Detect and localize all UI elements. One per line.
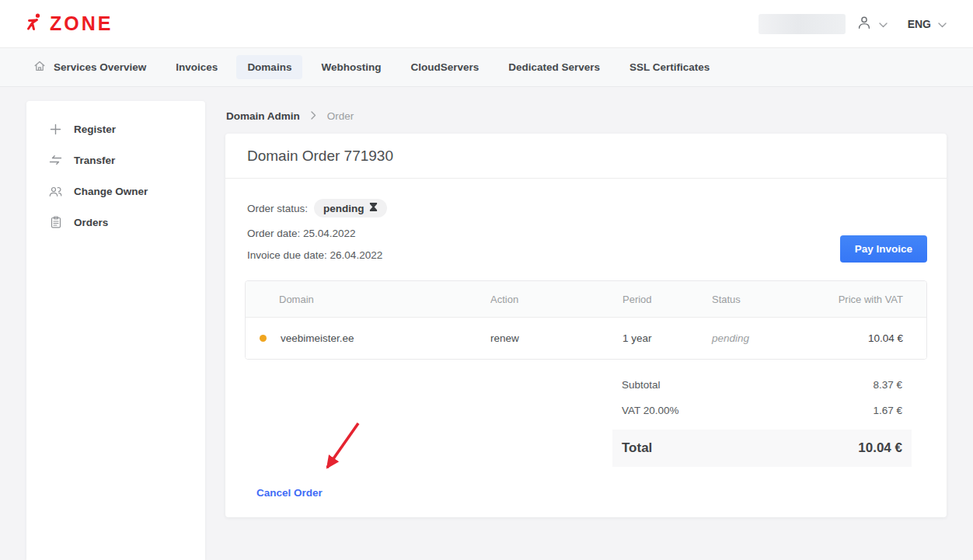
status-badge: pending: [314, 199, 387, 217]
order-date-label: Order date:: [247, 228, 300, 239]
sidebar-item-transfer[interactable]: Transfer: [26, 144, 205, 176]
zone-logo[interactable]: zone: [26, 13, 113, 35]
total-label: Total: [622, 440, 652, 456]
order-status-label: Order status:: [247, 203, 308, 214]
nav-label: Services Overview: [54, 61, 146, 73]
top-header: zone ENG: [0, 0, 973, 48]
sidebar: Register Transfer Change Owner: [26, 101, 205, 560]
subtotal-label: Subtotal: [622, 379, 661, 391]
language-label: ENG: [908, 18, 931, 30]
chevron-right-icon: [311, 110, 316, 122]
pay-invoice-button[interactable]: Pay Invoice: [840, 235, 927, 263]
breadcrumb-domain-admin[interactable]: Domain Admin: [226, 110, 300, 122]
nav-item-invoices[interactable]: Invoices: [165, 55, 228, 79]
sidebar-label: Orders: [74, 217, 108, 228]
sidebar-item-register[interactable]: Register: [26, 113, 205, 144]
col-header-status: Status: [712, 294, 828, 305]
clipboard-icon: [49, 216, 62, 228]
cell-price: 10.04 €: [828, 332, 926, 344]
subtotal-row: Subtotal 8.37 €: [612, 372, 912, 398]
order-date-value: 25.04.2022: [303, 228, 356, 239]
status-value: pending: [323, 203, 364, 214]
status-dot-icon: [260, 335, 267, 342]
subtotal-value: 8.37 €: [873, 379, 902, 391]
cell-action: renew: [490, 332, 623, 344]
nav-item-webhosting[interactable]: Webhosting: [310, 55, 392, 79]
user-menu[interactable]: [856, 15, 888, 33]
nav-item-ssl-certificates[interactable]: SSL Certificates: [619, 55, 720, 79]
cell-status: pending: [712, 332, 828, 344]
cell-period: 1 year: [623, 332, 712, 344]
col-header-price: Price with VAT: [828, 294, 926, 305]
cancel-order-link[interactable]: Cancel Order: [256, 487, 323, 499]
due-date-value: 26.04.2022: [330, 249, 383, 261]
order-card: Domain Order 771930 Order status: pendin…: [225, 134, 947, 517]
totals-section: Subtotal 8.37 € VAT 20.00% 1.67 € Total …: [612, 372, 912, 467]
breadcrumb: Domain Admin Order: [226, 110, 354, 122]
plus-icon: [49, 123, 62, 135]
due-date-line: Invoice due date: 26.04.2022: [247, 249, 927, 261]
content-area: Register Transfer Change Owner: [0, 87, 973, 560]
vat-label: VAT 20.00%: [622, 405, 679, 416]
vat-value: 1.67 €: [873, 405, 902, 416]
order-status-line: Order status: pending: [247, 199, 927, 217]
total-value: 10.04 €: [858, 440, 902, 456]
main-nav: Services Overview Invoices Domains Webho…: [0, 48, 973, 87]
user-icon: [856, 15, 872, 33]
nav-label: Webhosting: [321, 61, 381, 73]
sidebar-item-orders[interactable]: Orders: [26, 207, 205, 238]
nav-label: SSL Certificates: [629, 61, 710, 73]
runner-icon: [26, 13, 44, 35]
account-name-redacted: [759, 14, 846, 34]
col-header-action: Action: [490, 294, 623, 305]
chevron-down-icon: [879, 17, 888, 31]
nav-item-dedicated-servers[interactable]: Dedicated Servers: [497, 55, 611, 79]
nav-label: CloudServers: [410, 61, 479, 73]
sidebar-label: Register: [74, 123, 116, 135]
home-icon: [33, 60, 46, 75]
order-items-table: Domain Action Period Status Price with V…: [245, 280, 927, 360]
sidebar-item-change-owner[interactable]: Change Owner: [26, 176, 205, 207]
language-selector[interactable]: ENG: [908, 18, 947, 30]
col-header-period: Period: [623, 294, 712, 305]
order-meta: Order status: pending Order date: 25.04.…: [245, 199, 927, 261]
breadcrumb-order: Order: [327, 110, 354, 122]
nav-label: Domains: [247, 61, 291, 73]
nav-label: Dedicated Servers: [508, 61, 600, 73]
col-header-domain: Domain: [246, 294, 490, 305]
vat-row: VAT 20.00% 1.67 €: [612, 398, 912, 423]
order-date-line: Order date: 25.04.2022: [247, 228, 927, 239]
cell-domain: veebimeister.ee: [281, 332, 354, 344]
sidebar-label: Transfer: [74, 155, 115, 166]
nav-label: Invoices: [176, 61, 218, 73]
due-date-label: Invoice due date:: [247, 249, 327, 261]
nav-item-cloudservers[interactable]: CloudServers: [399, 55, 490, 79]
hourglass-icon: [369, 202, 378, 214]
table-header-row: Domain Action Period Status Price with V…: [246, 281, 926, 317]
people-icon: [49, 186, 62, 197]
total-row: Total 10.04 €: [612, 430, 912, 467]
transfer-icon: [49, 155, 62, 165]
nav-item-services-overview[interactable]: Services Overview: [23, 54, 157, 81]
sidebar-label: Change Owner: [74, 186, 148, 197]
chevron-down-icon: [938, 18, 947, 30]
table-row: veebimeister.ee renew 1 year pending 10.…: [246, 317, 926, 359]
nav-item-domains[interactable]: Domains: [236, 55, 302, 79]
brand-wordmark: zone: [50, 14, 113, 33]
order-title: Domain Order 771930: [225, 134, 947, 179]
